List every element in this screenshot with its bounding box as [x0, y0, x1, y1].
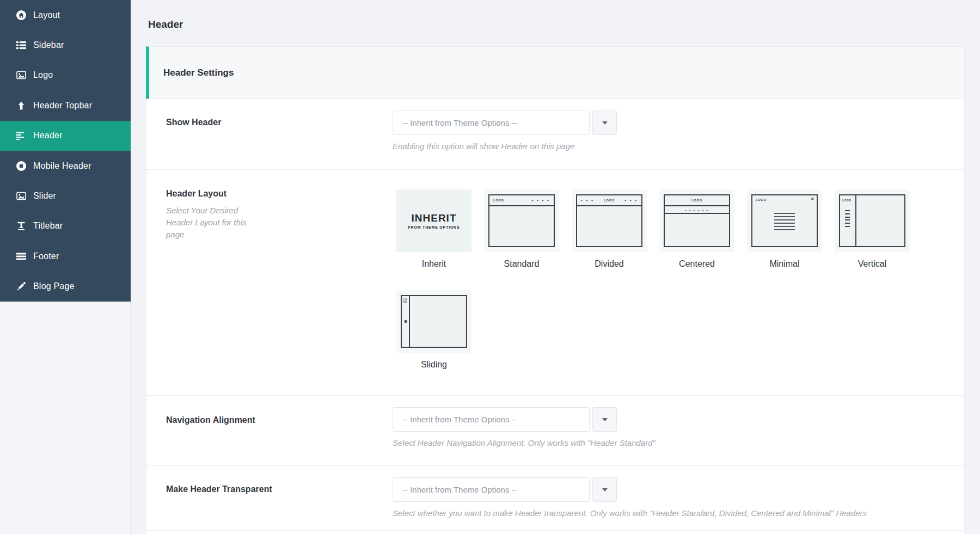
sidebar-item-label: Layout	[33, 10, 60, 20]
chevron-down-icon	[602, 418, 608, 421]
selected-option: -- Inherit from Theme Options --	[402, 118, 517, 127]
field-help-text: Enabling this option will show Header on…	[393, 142, 617, 151]
header-layout-options: INHERIT FROM THEME OPTIONS Inherit LOGO …	[396, 189, 910, 269]
layout-thumb-centered: LOGO - - - - - -	[659, 189, 734, 252]
sidebar-item-slider[interactable]: Slider	[0, 181, 131, 211]
row-show-header: Show Header -- Inherit from Theme Option…	[146, 99, 964, 170]
layout-option-vertical[interactable]: LOGO Vertical	[835, 189, 910, 269]
header-settings-card: Show Header -- Inherit from Theme Option…	[146, 99, 965, 534]
sidebar-item-label: Titlebar	[33, 221, 63, 231]
layout-option-caption: Standard	[504, 259, 540, 269]
layout-option-caption: Inherit	[422, 259, 446, 269]
field-label: Header Layout	[166, 189, 226, 199]
layout-thumb-minimal: LOGO ✕	[747, 189, 822, 252]
sidebar-item-header-topbar[interactable]: Header Topbar	[0, 90, 131, 120]
layout-thumb-inherit: INHERIT FROM THEME OPTIONS	[396, 189, 471, 252]
layout-option-centered[interactable]: LOGO - - - - - - Centered	[659, 189, 734, 269]
thumb-logo-text: LOGO	[756, 198, 767, 201]
sidebar-item-label: Slider	[33, 191, 56, 201]
main-content: Header Header Settings Show Header -- In…	[131, 0, 980, 534]
sidebar-item-titlebar[interactable]: Titlebar	[0, 211, 131, 241]
field-label: Show Header	[166, 118, 221, 127]
layout-option-inherit[interactable]: INHERIT FROM THEME OPTIONS Inherit	[396, 189, 471, 269]
titlebar-icon	[16, 221, 26, 231]
sidebar-item-label: Header Topbar	[33, 101, 92, 111]
align-left-icon	[16, 131, 26, 140]
sidebar-item-footer[interactable]: Footer	[0, 241, 131, 271]
layout-thumb-vertical: LOGO	[835, 189, 910, 252]
thumb-menu-dashes: - - - - - -	[685, 207, 709, 212]
layout-option-minimal[interactable]: LOGO ✕ Minimal	[747, 189, 822, 269]
thumb-menu-dashes: - - -	[581, 198, 594, 203]
header-layout-options-row2: LOGO Sliding	[396, 290, 471, 370]
inherit-thumb-subtitle: FROM THEME OPTIONS	[408, 225, 460, 229]
pencil-icon	[16, 281, 26, 291]
layout-option-caption: Minimal	[769, 259, 799, 269]
sidebar-item-label: Logo	[33, 70, 53, 80]
sidebar-item-sidebar[interactable]: Sidebar	[0, 30, 131, 60]
field-sublabel: Select Your Desired Header Layout for th…	[166, 205, 252, 241]
sidebar-item-label: Blog Page	[33, 281, 75, 291]
thumb-close-icon: ✕	[811, 197, 814, 201]
sidebar-item-label: Mobile Header	[33, 161, 91, 171]
page-title: Header	[148, 19, 183, 30]
sidebar-icon	[16, 40, 26, 50]
thumb-logo-text: LOGO	[842, 199, 852, 202]
select-value-box[interactable]: -- Inherit from Theme Options --	[393, 111, 590, 135]
show-header-select[interactable]: -- Inherit from Theme Options --	[393, 111, 617, 135]
sidebar-item-logo[interactable]: Logo	[0, 60, 131, 90]
sidebar-item-mobile-header[interactable]: Mobile Header	[0, 151, 131, 181]
selected-option: -- Inherit from Theme Options --	[402, 485, 517, 494]
layout-icon	[16, 10, 26, 20]
field-control: -- Inherit from Theme Options -- Select …	[393, 477, 867, 518]
sidebar-item-header[interactable]: Header	[0, 121, 131, 151]
field-label: Navigation Alignment	[166, 415, 255, 425]
thumb-menu-dashes: - - - -	[532, 198, 550, 203]
sidebar-item-label: Sidebar	[33, 40, 64, 50]
thumb-vertical-divider	[855, 195, 856, 246]
layout-option-divided[interactable]: - - - LOGO - - - Divided	[572, 189, 647, 269]
select-caret-button[interactable]	[592, 111, 617, 135]
layout-option-sliding[interactable]: LOGO Sliding	[396, 290, 471, 370]
section-heading: Header Settings	[163, 67, 234, 78]
arrow-up-icon	[16, 101, 26, 111]
thumb-logo-text: LOGO	[493, 199, 504, 202]
select-caret-button[interactable]	[592, 407, 617, 432]
layout-thumb-divided: - - - LOGO - - -	[572, 189, 647, 252]
chevron-down-icon	[602, 121, 608, 125]
layout-option-caption: Centered	[679, 259, 715, 269]
chevron-down-icon	[602, 488, 608, 492]
thumb-menu-dot	[405, 320, 407, 323]
navigation-alignment-select[interactable]: -- Inherit from Theme Options --	[393, 407, 656, 432]
thumb-menu-dashes: - - -	[624, 198, 638, 203]
row-navigation-alignment: Navigation Alignment -- Inherit from The…	[146, 396, 964, 466]
select-caret-button[interactable]	[592, 477, 617, 502]
mobile-header-icon	[16, 161, 26, 171]
thumb-logo-text: LOGO	[403, 298, 408, 304]
theme-options-page: Layout Sidebar Log	[0, 0, 980, 534]
thumb-logo-text: LOGO	[604, 199, 615, 202]
layout-option-caption: Vertical	[858, 259, 886, 269]
thumb-menu-lines	[774, 213, 795, 232]
sidebar-item-label: Footer	[33, 251, 59, 261]
sidebar-item-blog-page[interactable]: Blog Page	[0, 272, 131, 302]
select-value-box[interactable]: -- Inherit from Theme Options --	[393, 477, 590, 502]
layout-thumb-standard: LOGO - - - -	[484, 189, 559, 252]
selected-option: -- Inherit from Theme Options --	[402, 415, 517, 424]
settings-nav: Layout Sidebar Log	[0, 0, 131, 302]
field-control: -- Inherit from Theme Options -- Select …	[393, 407, 656, 447]
sidebar-item-label: Header	[33, 131, 63, 140]
footer-icon	[16, 251, 26, 261]
logo-icon	[16, 70, 26, 80]
layout-option-standard[interactable]: LOGO - - - - Standard	[484, 189, 559, 269]
header-settings-band: Header Settings	[146, 46, 965, 99]
field-help-text: Select Header Navigation Alignment. Only…	[393, 438, 656, 447]
field-label: Make Header Transparent	[166, 484, 272, 494]
sidebar-item-layout[interactable]: Layout	[0, 0, 131, 30]
make-header-transparent-select[interactable]: -- Inherit from Theme Options --	[393, 477, 867, 502]
select-value-box[interactable]: -- Inherit from Theme Options --	[393, 407, 590, 432]
thumb-menu-ticks	[845, 210, 850, 229]
inherit-thumb-title: INHERIT	[412, 212, 457, 224]
row-header-layout: Header Layout Select Your Desired Header…	[146, 170, 964, 396]
thumb-logo-text: LOGO	[691, 199, 702, 202]
